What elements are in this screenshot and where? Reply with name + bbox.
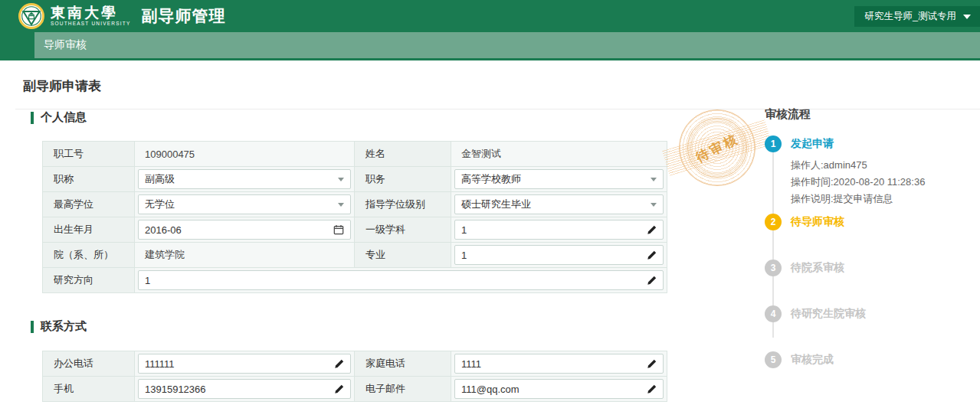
table-row: 办公电话 111111 家庭电话 1111 (43, 351, 667, 377)
primary-discipline-input[interactable]: 1 (454, 220, 664, 240)
title-rank-select[interactable]: 副高级 (138, 169, 351, 189)
field-label: 指导学位级别 (355, 192, 451, 217)
personal-info-table: 职工号 109000475 姓名 金智测试 职称 副高级 职务 高等学校教师 最… (42, 141, 667, 293)
pencil-icon (647, 359, 657, 369)
app-header: 東南大學 SOUTHEAST UNIVERSITY 副导师管理 研究生导师_测试… (0, 0, 980, 32)
workflow-step-4: 4 待研究生院审核 (765, 305, 975, 351)
section-personal-info: 个人信息 (31, 110, 87, 125)
home-phone-input[interactable]: 1111 (454, 354, 664, 374)
birth-date-input[interactable]: 2016-06 (138, 220, 351, 240)
navbar-left-block (0, 32, 34, 58)
email-input[interactable]: 111@qq.com (454, 379, 664, 399)
highest-degree-select[interactable]: 无学位 (138, 194, 351, 214)
pencil-icon (334, 384, 344, 394)
university-name-en: SOUTHEAST UNIVERSITY (51, 21, 130, 27)
field-label: 职务 (355, 167, 451, 192)
stamp-text: 待审核 (666, 96, 769, 199)
name-value: 金智测试 (454, 147, 664, 161)
chevron-down-icon (651, 178, 657, 181)
duty-select[interactable]: 高等学校教师 (454, 169, 664, 189)
stamp-hatch-band (662, 119, 772, 175)
step-number-badge: 2 (765, 214, 782, 230)
step-detail-note: 操作说明:提交申请信息 (791, 191, 975, 207)
field-label: 职称 (43, 167, 135, 192)
field-label: 职工号 (43, 142, 135, 167)
section-bar-icon (31, 321, 34, 333)
field-label: 电子邮件 (355, 377, 451, 402)
pencil-icon (647, 384, 657, 394)
main-navbar: 导师审核 (0, 32, 980, 58)
section-contact-title: 联系方式 (41, 319, 87, 334)
seu-seal-icon (18, 3, 44, 29)
field-label: 最高学位 (43, 192, 135, 217)
page-title: 副导师申请表 (23, 77, 101, 95)
chevron-down-icon (963, 15, 971, 19)
field-label: 家庭电话 (355, 351, 451, 377)
step-number-badge: 4 (765, 305, 782, 322)
pencil-icon (647, 225, 657, 235)
chevron-down-icon (338, 178, 344, 181)
step-label: 待院系审核 (791, 261, 844, 275)
app-title: 副导师管理 (141, 5, 225, 27)
section-personal-title: 个人信息 (41, 110, 87, 125)
section-contact-info: 联系方式 (31, 319, 87, 334)
supervise-level-select[interactable]: 硕士研究生毕业 (454, 194, 664, 214)
step-details: 操作人:admin475 操作时间:2020-08-20 11:28:36 操作… (791, 157, 975, 207)
chevron-down-icon (651, 203, 657, 207)
pencil-icon (334, 359, 344, 369)
university-logo: 東南大學 SOUTHEAST UNIVERSITY (18, 3, 130, 29)
field-label: 院（系、所） (43, 243, 135, 268)
tab-mentor-review[interactable]: 导师审核 (44, 32, 87, 58)
workflow-title: 审核流程 (765, 107, 975, 122)
section-bar-icon (31, 112, 34, 124)
field-label: 办公电话 (43, 351, 135, 377)
step-label: 待研究生院审核 (791, 307, 866, 321)
department-value: 建筑学院 (137, 248, 352, 262)
university-name-cn: 東南大學 (51, 5, 130, 20)
stamp-ring-icon (687, 118, 747, 178)
workflow-step-3: 3 待院系审核 (765, 260, 975, 305)
user-role-label: 研究生导师_测试专用 (865, 10, 956, 23)
user-role-dropdown[interactable]: 研究生导师_测试专用 (854, 6, 980, 27)
pencil-icon (647, 250, 657, 260)
calendar-icon (333, 224, 344, 235)
content-area: 副导师申请表 个人信息 职工号 109000475 姓名 金智测试 职称 副高级… (0, 60, 980, 418)
field-label: 研究方向 (43, 268, 135, 293)
step-label: 待导师审核 (791, 215, 844, 229)
review-workflow-panel: 审核流程 1 发起申请 操作人:admin475 操作时间:2020-08-20… (765, 107, 975, 368)
table-row: 研究方向 1 (43, 268, 667, 293)
table-row: 手机 13915912366 电子邮件 111@qq.com (43, 377, 667, 402)
research-direction-input[interactable]: 1 (138, 270, 664, 290)
step-detail-operator: 操作人:admin475 (791, 157, 975, 174)
field-label: 专业 (355, 243, 451, 268)
step-label: 发起申请 (791, 137, 834, 151)
step-label: 审核完成 (791, 353, 834, 367)
table-row: 职称 副高级 职务 高等学校教师 (43, 167, 667, 192)
contact-info-table: 办公电话 111111 家庭电话 1111 手机 13915912366 电子邮… (42, 351, 667, 402)
major-input[interactable]: 1 (454, 245, 664, 265)
field-label: 出生年月 (43, 217, 135, 243)
employee-id-value: 109000475 (137, 149, 352, 160)
workflow-step-1: 1 发起申请 操作人:admin475 操作时间:2020-08-20 11:2… (765, 136, 975, 207)
stamp-rings-icon (679, 109, 755, 186)
workflow-step-5: 5 审核完成 (765, 351, 975, 368)
stamp-ring-icon (690, 121, 744, 175)
field-label: 姓名 (355, 142, 451, 167)
step-number-badge: 5 (765, 351, 782, 368)
step-number-badge: 1 (765, 136, 782, 152)
office-phone-input[interactable]: 111111 (138, 354, 351, 374)
pending-review-stamp: 待审核 (679, 109, 755, 186)
step-number-badge: 3 (765, 260, 782, 276)
workflow-step-2: 2 待导师审核 (765, 214, 975, 260)
pencil-icon (647, 276, 657, 286)
table-row: 院（系、所） 建筑学院 专业 1 (43, 243, 667, 268)
field-label: 一级学科 (355, 217, 451, 243)
step-detail-time: 操作时间:2020-08-20 11:28:36 (791, 174, 975, 191)
table-row: 出生年月 2016-06 一级学科 1 (43, 217, 667, 243)
table-row: 最高学位 无学位 指导学位级别 硕士研究生毕业 (43, 192, 667, 217)
mobile-phone-input[interactable]: 13915912366 (138, 379, 351, 399)
chevron-down-icon (338, 203, 344, 207)
field-label: 手机 (43, 377, 135, 402)
table-row: 职工号 109000475 姓名 金智测试 (43, 142, 667, 167)
